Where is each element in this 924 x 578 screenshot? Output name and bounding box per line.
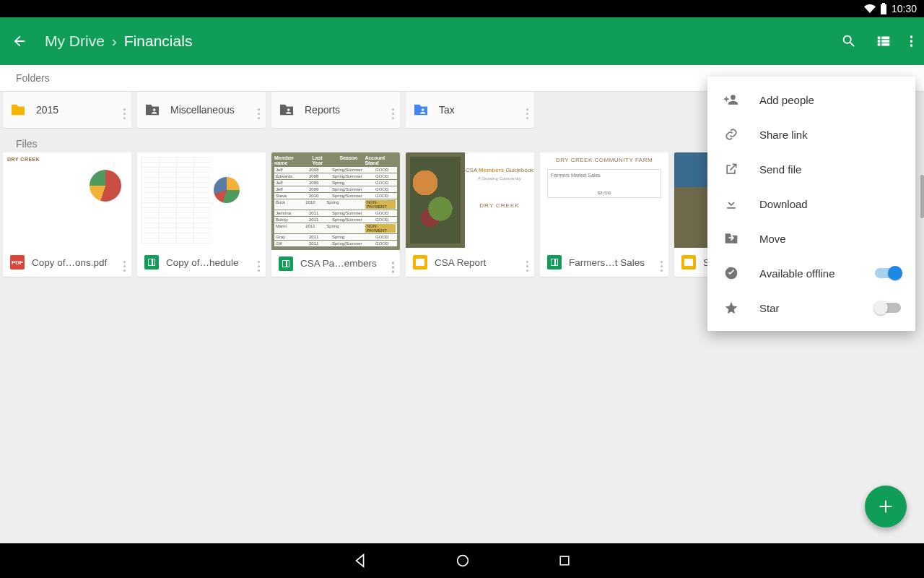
file-card[interactable]: DRY CREEK COMMUNITY FARM Farmers Market …	[540, 152, 668, 277]
chevron-right-icon: ›	[112, 33, 117, 50]
menu-download[interactable]: Download	[707, 186, 915, 221]
more-vert-icon	[910, 35, 913, 47]
folder-overflow[interactable]	[392, 100, 395, 119]
download-icon	[722, 197, 741, 211]
folder-2015[interactable]: 2015	[3, 92, 131, 128]
search-icon	[841, 33, 857, 49]
overflow-button[interactable]	[910, 35, 913, 47]
offline-icon	[722, 266, 741, 280]
file-overflow[interactable]	[258, 253, 261, 272]
person-add-icon	[722, 92, 741, 107]
file-overflow[interactable]	[661, 253, 663, 272]
view-list-button[interactable]	[876, 33, 892, 49]
svg-point-3	[731, 95, 736, 100]
battery-icon	[880, 3, 887, 14]
link-icon	[722, 127, 741, 142]
toggle-offline[interactable]	[875, 268, 901, 278]
svg-rect-6	[560, 556, 569, 565]
star-icon	[722, 301, 741, 315]
context-menu: Add people Share link Send file Download…	[707, 77, 915, 331]
file-overflow[interactable]	[526, 253, 529, 272]
search-button[interactable]	[841, 33, 857, 49]
svg-point-2	[422, 108, 424, 111]
file-thumbnail: CSA Members Guidebook A Growing Communit…	[406, 152, 534, 248]
menu-send-file[interactable]: Send file	[707, 152, 915, 186]
file-card[interactable]: CSA Members Guidebook A Growing Communit…	[406, 152, 534, 277]
slides-icon	[681, 255, 696, 269]
menu-move[interactable]: Move	[707, 221, 915, 256]
move-icon	[722, 231, 741, 246]
folder-tax[interactable]: Tax	[406, 92, 534, 128]
file-thumbnail: DRY CREEK COMMUNITY FARM Farmers Market …	[540, 152, 668, 248]
file-card[interactable]: Copy of…hedule	[137, 152, 266, 277]
back-button[interactable]	[12, 33, 27, 49]
fab-create[interactable]	[865, 486, 907, 527]
folder-reports[interactable]: Reports	[271, 92, 400, 128]
file-thumbnail: Member nameLast YearSeasonAccount Stand …	[271, 152, 400, 250]
file-overflow[interactable]	[123, 253, 126, 272]
folder-shared-icon	[279, 103, 295, 116]
file-thumbnail	[137, 152, 266, 248]
breadcrumb-current: Financials	[124, 33, 193, 50]
nav-back[interactable]	[352, 553, 368, 569]
android-status-bar: 10:30	[0, 0, 924, 17]
folder-icon	[10, 103, 26, 116]
folder-overflow[interactable]	[526, 100, 529, 119]
folder-overflow[interactable]	[123, 100, 126, 119]
file-card[interactable]: Member nameLast YearSeasonAccount Stand …	[271, 152, 400, 277]
menu-star[interactable]: Star	[707, 290, 915, 325]
svg-point-5	[458, 556, 468, 566]
file-overflow[interactable]	[392, 254, 395, 273]
menu-share-link[interactable]: Share link	[707, 117, 915, 152]
breadcrumb-root[interactable]: My Drive	[45, 33, 105, 50]
sheets-icon	[547, 255, 562, 269]
svg-point-0	[153, 108, 156, 111]
sheets-icon	[144, 255, 159, 269]
status-time: 10:30	[892, 3, 917, 14]
folder-shared-icon	[413, 103, 429, 116]
breadcrumb: My Drive › Financials	[45, 33, 841, 50]
slides-icon	[413, 255, 427, 269]
app-bar: My Drive › Financials	[0, 17, 924, 65]
android-nav-bar	[0, 543, 924, 578]
nav-recent[interactable]	[557, 553, 572, 568]
folder-miscellaneous[interactable]: Miscellaneous	[137, 92, 266, 128]
sheets-icon	[279, 256, 293, 271]
menu-add-people[interactable]: Add people	[707, 82, 915, 117]
scrollbar[interactable]	[920, 175, 924, 218]
menu-available-offline[interactable]: Available offline	[707, 256, 915, 290]
arrow-back-icon	[12, 33, 27, 49]
file-card[interactable]: DRY CREEK PDF Copy of…ons.pdf	[3, 152, 131, 277]
wifi-icon	[864, 3, 876, 14]
plus-icon	[878, 499, 894, 514]
svg-point-1	[287, 108, 290, 111]
toggle-star[interactable]	[875, 303, 901, 313]
folder-shared-icon	[144, 103, 160, 116]
folder-overflow[interactable]	[258, 100, 261, 119]
open-external-icon	[722, 162, 741, 176]
file-thumbnail: DRY CREEK	[3, 152, 131, 248]
pdf-icon: PDF	[10, 255, 25, 269]
nav-home[interactable]	[455, 553, 471, 569]
view-list-icon	[876, 33, 892, 49]
